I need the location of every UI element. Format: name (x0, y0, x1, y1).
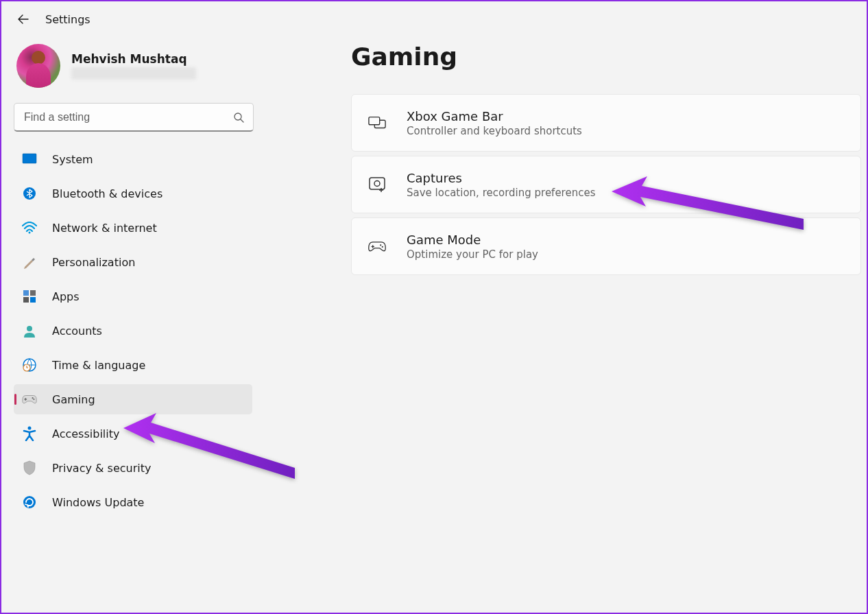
time-language-icon (22, 357, 37, 373)
card-game-mode[interactable]: Game Mode Optimize your PC for play (351, 217, 861, 275)
nav-item-privacy[interactable]: Privacy & security (14, 453, 252, 483)
svg-point-0 (234, 113, 241, 120)
nav-item-network[interactable]: Network & internet (14, 213, 252, 243)
header-bar: Settings (1, 1, 867, 37)
nav-label: Bluetooth & devices (52, 187, 162, 200)
card-title: Xbox Game Bar (407, 109, 582, 123)
nav-item-accessibility[interactable]: Accessibility (14, 418, 252, 449)
network-icon (22, 220, 37, 235)
card-captures[interactable]: Captures Save location, recording prefer… (351, 156, 861, 213)
search-icon (233, 112, 244, 123)
svg-rect-28 (372, 246, 374, 247)
nav-label: Accounts (52, 324, 102, 338)
nav-item-accounts[interactable]: Accounts (14, 316, 252, 346)
card-subtitle: Controller and keyboard shortcuts (407, 125, 582, 137)
personalization-icon (22, 255, 37, 270)
profile-block[interactable]: Mehvish Mushtaq (14, 37, 250, 103)
svg-point-25 (380, 244, 381, 246)
svg-point-5 (29, 232, 31, 234)
card-subtitle: Optimize your PC for play (407, 248, 538, 261)
sidebar: Mehvish Mushtaq System Bluetooth & devic… (1, 37, 255, 521)
gaming-icon (22, 392, 37, 407)
svg-point-17 (28, 427, 32, 430)
nav-label: Network & internet (52, 222, 157, 235)
profile-name: Mehvish Mushtaq (71, 52, 196, 66)
card-title: Game Mode (407, 233, 538, 247)
nav-item-apps[interactable]: Apps (14, 281, 252, 311)
svg-point-14 (33, 399, 34, 400)
svg-rect-8 (23, 297, 29, 303)
accounts-icon (22, 323, 37, 338)
nav-item-gaming[interactable]: Gaming (14, 384, 252, 414)
search-input[interactable] (14, 103, 254, 132)
svg-point-26 (382, 246, 383, 248)
svg-rect-20 (369, 117, 380, 125)
bluetooth-icon (22, 186, 37, 201)
sidebar-nav: System Bluetooth & devices Network & int… (14, 144, 250, 517)
card-title: Captures (407, 171, 595, 185)
svg-point-18 (23, 496, 36, 508)
svg-line-1 (241, 119, 243, 122)
nav-label: Time & language (52, 359, 145, 372)
privacy-icon (22, 460, 37, 475)
search-wrap (14, 103, 254, 132)
card-subtitle: Save location, recording preferences (407, 187, 595, 199)
xbox-game-bar-icon (368, 114, 386, 132)
avatar (16, 44, 60, 88)
svg-point-10 (27, 326, 32, 331)
svg-point-22 (374, 181, 380, 187)
nav-item-bluetooth[interactable]: Bluetooth & devices (14, 178, 252, 209)
main-content: Gaming Xbox Game Bar Controller and keyb… (255, 37, 867, 521)
nav-item-windows-update[interactable]: Windows Update (14, 487, 252, 517)
back-button[interactable] (16, 12, 30, 26)
svg-rect-9 (30, 297, 36, 303)
card-xbox-game-bar[interactable]: Xbox Game Bar Controller and keyboard sh… (351, 94, 861, 152)
profile-email-redacted (71, 67, 196, 80)
svg-rect-2 (23, 154, 36, 163)
nav-label: Personalization (52, 256, 135, 269)
svg-rect-21 (370, 178, 385, 189)
nav-item-personalization[interactable]: Personalization (14, 247, 252, 277)
accessibility-icon (22, 426, 37, 441)
nav-item-time-language[interactable]: Time & language (14, 350, 252, 380)
windows-update-icon (22, 495, 37, 510)
nav-item-system[interactable]: System (14, 144, 252, 174)
nav-label: Apps (52, 290, 80, 303)
nav-label: Accessibility (52, 427, 119, 440)
svg-rect-6 (23, 290, 29, 296)
svg-rect-7 (30, 290, 36, 296)
cards-list: Xbox Game Bar Controller and keyboard sh… (351, 94, 867, 275)
app-title: Settings (45, 13, 91, 26)
svg-point-13 (32, 397, 33, 399)
nav-label: Gaming (52, 393, 95, 406)
system-icon (22, 152, 37, 167)
page-title: Gaming (351, 43, 867, 71)
captures-icon (368, 176, 386, 193)
game-mode-icon (368, 237, 386, 255)
nav-label: Privacy & security (52, 462, 151, 475)
svg-rect-16 (24, 399, 27, 399)
back-arrow-icon (18, 14, 29, 25)
nav-label: System (52, 153, 93, 166)
nav-label: Windows Update (52, 496, 144, 509)
apps-icon (22, 289, 37, 304)
